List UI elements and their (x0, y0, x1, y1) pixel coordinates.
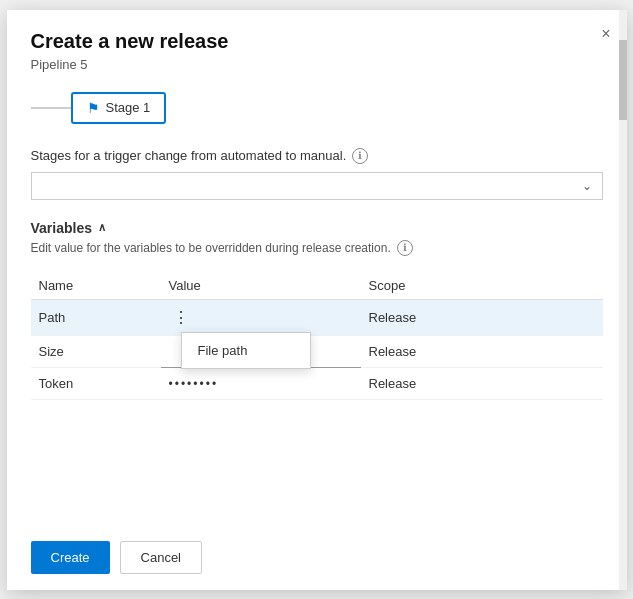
var-value-token: •••••••• (161, 367, 361, 399)
trigger-text: Stages for a trigger change from automat… (31, 148, 347, 163)
trigger-label: Stages for a trigger change from automat… (31, 148, 603, 164)
dialog-footer: Create Cancel (7, 525, 627, 590)
variables-section: Variables ∧ Edit value for the variables… (31, 220, 603, 400)
variables-description: Edit value for the variables to be overr… (31, 240, 603, 256)
variables-info-icon[interactable]: ℹ (397, 240, 413, 256)
trigger-dropdown[interactable]: ⌄ (31, 172, 603, 200)
password-dots: •••••••• (169, 377, 219, 391)
stage-container: ⚑ Stage 1 (31, 88, 603, 128)
trigger-info-icon[interactable]: ℹ (352, 148, 368, 164)
stage-icon: ⚑ (87, 100, 100, 116)
variables-heading: Variables ∧ (31, 220, 603, 236)
col-header-scope: Scope (361, 272, 603, 300)
table-row: Size Release (31, 335, 603, 367)
scrollbar-track (619, 10, 627, 590)
var-scope-token: Release (361, 367, 603, 399)
dialog-header: × Create a new release Pipeline 5 (7, 10, 627, 88)
close-button[interactable]: × (601, 26, 610, 42)
three-dots-button[interactable]: ⋮ (169, 308, 193, 327)
chevron-down-icon: ⌄ (582, 179, 592, 193)
variables-table: Name Value Scope Path ⋮ File path (31, 272, 603, 400)
stage-box[interactable]: ⚑ Stage 1 (71, 92, 167, 124)
var-scope-path: Release (361, 299, 603, 335)
var-scope-size: Release (361, 335, 603, 367)
col-header-value: Value (161, 272, 361, 300)
table-row: Token •••••••• Release (31, 367, 603, 399)
create-release-dialog: × Create a new release Pipeline 5 ⚑ Stag… (7, 10, 627, 590)
col-header-name: Name (31, 272, 161, 300)
pipeline-name: Pipeline 5 (31, 57, 603, 72)
var-value-path: ⋮ File path (161, 299, 361, 335)
var-name-token: Token (31, 367, 161, 399)
create-button[interactable]: Create (31, 541, 110, 574)
variables-desc-text: Edit value for the variables to be overr… (31, 241, 391, 255)
dialog-title: Create a new release (31, 30, 603, 53)
chevron-up-icon[interactable]: ∧ (98, 221, 106, 234)
stage-label: Stage 1 (106, 100, 151, 115)
table-row: Path ⋮ File path Release (31, 299, 603, 335)
stage-line (31, 107, 71, 109)
file-path-option[interactable]: File path (182, 333, 310, 368)
content-area: ⚑ Stage 1 Stages for a trigger change fr… (7, 88, 627, 525)
cancel-button[interactable]: Cancel (120, 541, 202, 574)
variables-title: Variables (31, 220, 93, 236)
var-name-path: Path (31, 299, 161, 335)
file-path-popup: File path (181, 332, 311, 369)
var-name-size: Size (31, 335, 161, 367)
